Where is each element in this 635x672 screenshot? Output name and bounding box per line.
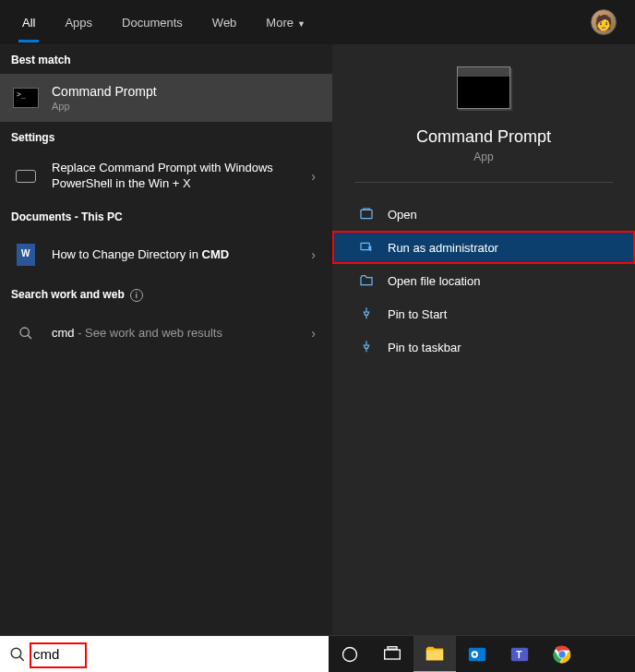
admin-icon — [358, 240, 375, 255]
tab-more[interactable]: More▼ — [251, 3, 320, 42]
svg-rect-2 — [361, 210, 372, 218]
action-open-file-location[interactable]: Open file location — [332, 264, 635, 297]
toggle-icon — [11, 162, 41, 191]
svg-point-4 — [11, 648, 21, 658]
tab-all[interactable]: All — [7, 3, 50, 42]
action-open[interactable]: Open — [332, 198, 635, 231]
pin-icon — [358, 306, 375, 321]
result-title: How to Change Directory in CMD — [52, 247, 311, 261]
tab-web[interactable]: Web — [198, 3, 252, 42]
tab-documents[interactable]: Documents — [107, 3, 198, 42]
action-label: Run as administrator — [388, 241, 498, 255]
preview-panel: Command Prompt App Open Run as administr… — [332, 44, 635, 635]
chevron-down-icon: ▼ — [297, 19, 306, 29]
word-document-icon — [11, 240, 41, 270]
divider — [354, 182, 613, 183]
svg-rect-7 — [385, 650, 401, 659]
section-best-match: Best match — [0, 44, 332, 74]
svg-point-11 — [473, 653, 476, 656]
preview-title: Command Prompt — [332, 127, 635, 147]
taskbar-outlook[interactable] — [456, 636, 498, 673]
results-panel: Best match Command Prompt App Settings R… — [0, 44, 332, 635]
pin-icon — [358, 340, 375, 354]
search-filter-tabs: All Apps Documents Web More▼ 🧑 — [0, 0, 635, 44]
section-settings: Settings — [0, 122, 332, 151]
action-label: Open file location — [388, 274, 480, 288]
svg-line-5 — [19, 656, 24, 661]
result-web-cmd[interactable]: cmd - See work and web results › — [0, 309, 332, 357]
result-command-prompt[interactable]: Command Prompt App — [0, 74, 332, 122]
taskbar-task-view[interactable] — [371, 636, 413, 673]
info-icon: i — [130, 289, 143, 302]
result-doc-cmd-directory[interactable]: How to Change Directory in CMD › — [0, 231, 332, 279]
action-label: Pin to taskbar — [388, 341, 461, 354]
taskbar-teams[interactable]: T — [498, 636, 541, 673]
action-label: Open — [388, 208, 417, 222]
result-title: Command Prompt — [52, 84, 321, 99]
taskbar-cortana[interactable] — [329, 636, 371, 673]
folder-icon — [358, 273, 375, 288]
svg-line-1 — [28, 335, 31, 339]
action-run-as-admin[interactable]: Run as administrator — [332, 231, 635, 264]
section-search-web: Search work and webi — [0, 279, 332, 309]
taskbar: T — [0, 635, 635, 672]
taskbar-chrome[interactable] — [541, 636, 583, 673]
svg-text:T: T — [516, 649, 522, 659]
taskbar-search[interactable] — [0, 636, 329, 673]
section-documents: Documents - This PC — [0, 201, 332, 231]
svg-point-6 — [343, 647, 357, 661]
svg-point-0 — [20, 328, 29, 336]
result-settings-replace-cmd[interactable]: Replace Command Prompt with Windows Powe… — [0, 151, 332, 201]
tab-apps[interactable]: Apps — [50, 3, 107, 42]
chevron-right-icon: › — [311, 247, 316, 262]
action-pin-to-start[interactable]: Pin to Start — [332, 297, 635, 330]
open-icon — [358, 207, 375, 222]
action-label: Pin to Start — [388, 307, 447, 321]
svg-rect-8 — [388, 646, 397, 649]
svg-rect-3 — [361, 243, 369, 249]
user-avatar[interactable]: 🧑 — [591, 9, 617, 35]
command-prompt-icon — [457, 66, 510, 109]
chevron-right-icon: › — [311, 326, 316, 341]
result-title: cmd - See work and web results — [52, 326, 311, 340]
search-icon — [11, 318, 41, 348]
result-subtitle: App — [52, 101, 321, 112]
action-pin-to-taskbar[interactable]: Pin to taskbar — [332, 330, 635, 364]
command-prompt-icon — [11, 83, 41, 113]
taskbar-file-explorer[interactable] — [413, 636, 456, 673]
search-icon — [9, 646, 26, 663]
preview-subtitle: App — [332, 150, 635, 163]
search-input[interactable] — [33, 646, 319, 662]
result-title: Replace Command Prompt with Windows Powe… — [52, 161, 311, 192]
chevron-right-icon: › — [311, 169, 316, 184]
